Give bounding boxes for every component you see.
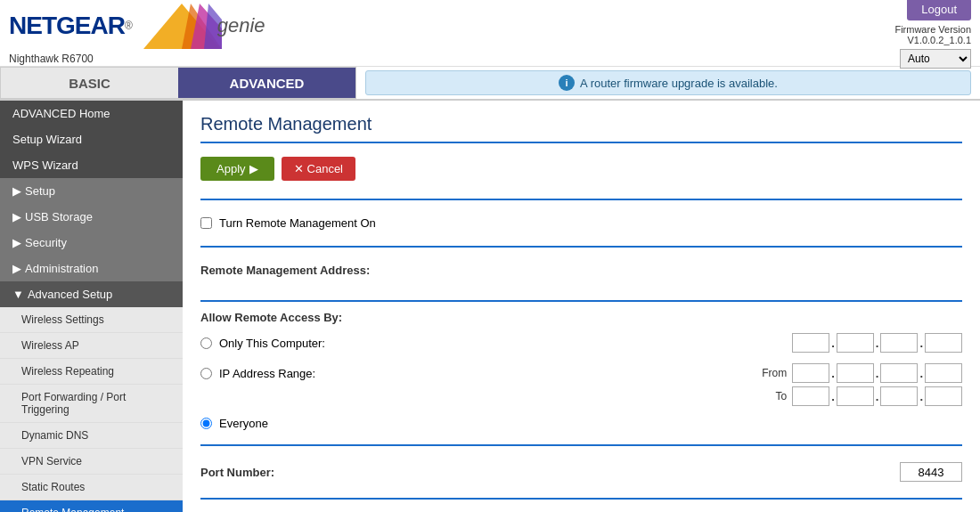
tab-basic[interactable]: BASIC <box>0 67 178 99</box>
from-ip2[interactable] <box>837 363 874 383</box>
only-this-left: Only This Computer: <box>200 337 792 350</box>
allow-access-label: Allow Remote Access By: <box>200 311 962 324</box>
from-to-group: From . . . To . . . <box>751 363 962 406</box>
firmware-info: Firmware Version V1.0.0.2_1.0.1 <box>894 24 971 45</box>
turn-on-row: Turn Remote Management On <box>200 209 962 237</box>
play-icon: ▶ <box>249 162 258 175</box>
chevron-right-icon-admin: ▶ <box>12 262 21 275</box>
only-this-radio[interactable] <box>200 337 212 349</box>
logo: NETGEAR ® genie <box>9 2 265 51</box>
only-this-ip-inputs: . . . <box>792 333 962 353</box>
action-bar: Apply ▶ ✕ Cancel <box>200 157 962 181</box>
content-area: Remote Management Apply ▶ ✕ Cancel Turn … <box>183 101 980 512</box>
sidebar-item-wps-wizard[interactable]: WPS Wizard <box>0 152 183 178</box>
device-name: Nighthawk R6700 <box>9 53 265 65</box>
header: NETGEAR ® genie Nighthawk R6700 Logout F… <box>0 0 980 67</box>
from-label: From <box>751 367 787 379</box>
to-ip4[interactable] <box>925 386 962 406</box>
ip-range-radio[interactable] <box>200 368 212 379</box>
tab-advanced[interactable]: ADVANCED <box>178 67 356 99</box>
port-input[interactable] <box>900 462 962 482</box>
remote-address-label: Remote Management Address: <box>200 264 370 277</box>
advanced-setup-label: Advanced Setup <box>28 288 112 301</box>
cancel-button[interactable]: ✕ Cancel <box>282 157 355 181</box>
netgear-logo-graphic <box>142 2 222 51</box>
to-ip3[interactable] <box>880 386 918 406</box>
everyone-radio[interactable] <box>200 418 212 429</box>
divider-before-port <box>200 444 962 446</box>
to-row: To . . . <box>751 386 962 406</box>
to-ip1[interactable] <box>792 386 829 406</box>
chevron-down-icon: ▼ <box>12 288 24 301</box>
sidebar-item-wireless-repeating[interactable]: Wireless Repeating <box>0 359 183 385</box>
everyone-label: Everyone <box>219 417 268 430</box>
sidebar-section-advanced[interactable]: ▼ Advanced Setup <box>0 281 183 307</box>
nav-tabs: BASIC ADVANCED i A router firmware upgra… <box>0 67 980 101</box>
sidebar-item-wireless-settings[interactable]: Wireless Settings <box>0 307 183 333</box>
usb-label: USB Storage <box>25 210 93 223</box>
from-row: From . . . <box>751 363 962 383</box>
sidebar-item-vpn[interactable]: VPN Service <box>0 449 183 475</box>
sidebar-item-port-forwarding[interactable]: Port Forwarding / Port Triggering <box>0 385 183 423</box>
sidebar-section-admin[interactable]: ▶ Administration <box>0 256 183 281</box>
sidebar-section-security[interactable]: ▶ Security <box>0 230 183 256</box>
x-icon: ✕ <box>294 162 304 175</box>
main-layout: ADVANCED Home Setup Wizard WPS Wizard ▶ … <box>0 101 980 512</box>
sidebar-item-advanced-home[interactable]: ADVANCED Home <box>0 101 183 126</box>
admin-label: Administration <box>25 262 98 275</box>
divider-after-checkbox <box>200 246 962 248</box>
logout-button[interactable]: Logout <box>907 0 971 20</box>
to-ip2[interactable] <box>837 386 874 406</box>
divider-bottom <box>200 498 962 500</box>
remote-address-row: Remote Management Address: <box>200 256 962 291</box>
only-this-ip4[interactable] <box>925 333 962 353</box>
sidebar-item-dynamic-dns[interactable]: Dynamic DNS <box>0 423 183 449</box>
from-ip1[interactable] <box>792 363 829 383</box>
ip-range-label: IP Address Range: <box>219 367 315 380</box>
logo-area: NETGEAR ® genie Nighthawk R6700 <box>9 2 265 65</box>
chevron-right-icon: ▶ <box>12 184 21 198</box>
only-this-row: Only This Computer: . . . <box>200 328 962 358</box>
sidebar-section-setup[interactable]: ▶ Setup <box>0 178 183 204</box>
info-icon: i <box>559 75 575 91</box>
ip-range-row: IP Address Range: From . . . To . <box>200 358 962 411</box>
ip-range-left: IP Address Range: <box>200 363 751 380</box>
turn-on-checkbox[interactable] <box>200 217 212 229</box>
reg-mark: ® <box>125 20 133 32</box>
header-right: Logout Firmware Version V1.0.0.2_1.0.1 A… <box>894 0 971 69</box>
language-select[interactable]: Auto <box>900 49 971 69</box>
from-ip3[interactable] <box>880 363 918 383</box>
chevron-right-icon-sec: ▶ <box>12 236 21 249</box>
turn-on-label: Turn Remote Management On <box>219 216 376 230</box>
to-label: To <box>751 390 787 402</box>
only-this-label: Only This Computer: <box>219 337 325 350</box>
remote-address-value <box>200 277 962 284</box>
sidebar-item-remote-management[interactable]: Remote Management <box>0 500 183 512</box>
from-ip4[interactable] <box>925 363 962 383</box>
divider-after-address <box>200 300 962 302</box>
sidebar-item-setup-wizard[interactable]: Setup Wizard <box>0 126 183 152</box>
setup-label: Setup <box>25 184 55 198</box>
sidebar-item-wireless-ap[interactable]: Wireless AP <box>0 333 183 359</box>
only-this-ip1[interactable] <box>792 333 829 353</box>
apply-button[interactable]: Apply ▶ <box>200 157 274 181</box>
sidebar: ADVANCED Home Setup Wizard WPS Wizard ▶ … <box>0 101 183 512</box>
chevron-right-icon-usb: ▶ <box>12 210 21 223</box>
only-this-ip3[interactable] <box>880 333 918 353</box>
divider-top <box>200 199 962 200</box>
firmware-notice: i A router firmware upgrade is available… <box>365 70 971 95</box>
security-label: Security <box>25 236 67 249</box>
brand-name: NETGEAR <box>9 12 125 40</box>
port-row: Port Number: <box>200 455 962 489</box>
only-this-ip2[interactable] <box>837 333 874 353</box>
sidebar-item-static-routes[interactable]: Static Routes <box>0 475 183 500</box>
genie-label: genie <box>217 14 265 37</box>
everyone-row: Everyone <box>200 411 962 435</box>
sidebar-section-usb[interactable]: ▶ USB Storage <box>0 204 183 230</box>
page-title: Remote Management <box>200 114 962 143</box>
port-label: Port Number: <box>200 466 274 479</box>
